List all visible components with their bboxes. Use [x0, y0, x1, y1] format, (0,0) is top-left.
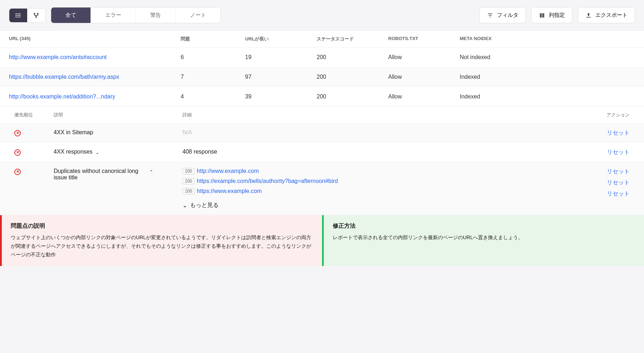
status-badge: 200: [182, 178, 195, 184]
col-url-long[interactable]: URLが長い: [245, 36, 317, 42]
url-link[interactable]: https://example.com/bells/authority?bag=…: [197, 178, 338, 184]
cell-meta: Not indexed: [460, 54, 531, 61]
col-url[interactable]: URL (345): [9, 36, 181, 42]
show-more[interactable]: ⌄もっと見る: [182, 198, 576, 209]
error-icon: ✕: [14, 149, 21, 156]
columns-icon: [539, 12, 545, 19]
view-toggle: [9, 8, 45, 23]
duplicate-list: 200http://www.example.com 200https://exa…: [182, 168, 576, 209]
filter-tabs: 全て エラー 警告 ノート: [51, 7, 221, 23]
issue-detail: 408 response: [182, 149, 576, 155]
export-button[interactable]: エクスポート: [578, 7, 635, 23]
cell-meta: Indexed: [460, 93, 531, 100]
col-status[interactable]: ステータスコード: [317, 36, 388, 42]
status-badge: 200: [182, 188, 195, 194]
svg-rect-14: [543, 13, 544, 18]
issue-row: ✕ 4XX in Sitemap N/A リセット: [0, 124, 644, 143]
list-item: 200https://www.example.com: [182, 188, 576, 194]
reset-link[interactable]: リセット: [576, 129, 630, 137]
columns-label: 列指定: [549, 12, 565, 19]
col-priority: 優先順位: [14, 112, 54, 118]
col-desc: 説明: [54, 112, 182, 118]
col-detail: 詳細: [182, 112, 576, 118]
cell-status: 200: [317, 54, 388, 61]
export-label: エクスポート: [595, 12, 628, 19]
svg-point-4: [16, 15, 16, 16]
panel-body: ウェブサイト上のいくつかの内部リンクの対象ページのURLが変更されているようです…: [11, 233, 313, 259]
tree-icon: [33, 12, 39, 19]
cell-url-long: 39: [245, 93, 317, 100]
tree-view-button[interactable]: [27, 9, 45, 22]
cell-robots: Allow: [388, 74, 460, 80]
chevron-up-icon: ⌃: [150, 169, 153, 174]
cell-robots: Allow: [388, 54, 460, 61]
col-action: アクション: [576, 112, 630, 118]
url-link[interactable]: https://www.example.com: [197, 188, 262, 194]
cell-robots: Allow: [388, 93, 460, 100]
svg-rect-12: [540, 13, 541, 18]
cell-issues: 4: [181, 93, 245, 100]
filter-label: フィルタ: [497, 12, 518, 19]
svg-point-8: [36, 16, 37, 18]
cell-issues: 7: [181, 74, 245, 80]
fix-panel: 修正方法 レポートで表示される全ての内部リンクを最新のページのURLへ置き換えま…: [322, 215, 644, 266]
issue-desc[interactable]: Duplicates without canonical long issue …: [54, 168, 182, 181]
cell-issues: 6: [181, 54, 245, 61]
svg-point-3: [16, 13, 16, 14]
filter-icon: [487, 12, 493, 19]
col-meta[interactable]: META NOIDEX: [460, 36, 531, 42]
table-row[interactable]: https://bubble.example.com/bath/army.asp…: [0, 67, 644, 87]
table-row[interactable]: http://books.example.net/addition?...nda…: [0, 87, 644, 107]
tab-note[interactable]: ノート: [176, 8, 220, 23]
svg-point-5: [16, 16, 16, 17]
url-link[interactable]: http://www.example.com/ants#account: [9, 54, 107, 60]
tab-error[interactable]: エラー: [91, 8, 136, 23]
export-icon: [585, 12, 592, 19]
cell-url-long: 19: [245, 54, 317, 61]
toolbar: 全て エラー 警告 ノート フィルタ 列指定 エクスポート: [0, 0, 644, 30]
issues-header: 優先順位 説明 詳細 アクション: [0, 107, 644, 124]
reset-link[interactable]: リセット: [576, 179, 630, 187]
table-header: URL (345) 問題 URLが長い ステータスコード ROBOTS.TXT …: [0, 30, 644, 48]
status-badge: 200: [182, 168, 195, 174]
cell-status: 200: [317, 74, 388, 80]
cell-url-long: 97: [245, 74, 317, 80]
cell-meta: Indexed: [460, 74, 531, 80]
table-row[interactable]: http://www.example.com/ants#account 6 19…: [0, 48, 644, 67]
list-view-button[interactable]: [9, 9, 27, 22]
chevron-down-icon: ⌄: [182, 202, 187, 209]
problem-panel: 問題点の説明 ウェブサイト上のいくつかの内部リンクの対象ページのURLが変更され…: [0, 215, 322, 266]
issue-row-expanded: ✕ Duplicates without canonical long issu…: [0, 162, 644, 215]
tab-all[interactable]: 全て: [51, 8, 91, 23]
url-link[interactable]: https://bubble.example.com/bath/army.asp…: [9, 74, 119, 80]
issue-detail: N/A: [182, 129, 576, 136]
info-panels: 問題点の説明 ウェブサイト上のいくつかの内部リンクの対象ページのURLが変更され…: [0, 215, 644, 266]
list-item: 200https://example.com/bells/authority?b…: [182, 178, 576, 184]
url-link[interactable]: http://books.example.net/addition?...nda…: [9, 93, 115, 100]
issue-desc: 4XX in Sitemap: [54, 129, 182, 136]
url-table: URL (345) 問題 URLが長い ステータスコード ROBOTS.TXT …: [0, 30, 644, 107]
svg-point-7: [37, 13, 38, 14]
url-link[interactable]: http://www.example.com: [197, 168, 259, 174]
reset-link[interactable]: リセット: [576, 190, 630, 198]
filter-button[interactable]: フィルタ: [479, 7, 526, 23]
col-issues[interactable]: 問題: [181, 36, 245, 42]
tab-warning[interactable]: 警告: [136, 8, 176, 23]
panel-title: 問題点の説明: [11, 222, 313, 230]
cell-status: 200: [317, 93, 388, 100]
error-icon: ✕: [14, 169, 21, 175]
reset-link[interactable]: リセット: [576, 168, 630, 175]
chevron-down-icon: ⌄: [96, 150, 99, 155]
issue-desc[interactable]: 4XX responses⌄: [54, 149, 182, 155]
col-robots[interactable]: ROBOTS.TXT: [388, 36, 460, 42]
error-icon: ✕: [14, 130, 21, 136]
list-item: 200http://www.example.com: [182, 168, 576, 174]
panel-body: レポートで表示される全ての内部リンクを最新のページのURLへ置き換えましょう。: [333, 233, 635, 242]
reset-link[interactable]: リセット: [576, 149, 630, 156]
svg-point-6: [34, 13, 35, 14]
svg-rect-13: [542, 13, 543, 18]
issue-row: ✕ 4XX responses⌄ 408 response リセット: [0, 143, 644, 162]
list-icon: [15, 12, 21, 19]
panel-title: 修正方法: [333, 222, 635, 230]
columns-button[interactable]: 列指定: [531, 7, 572, 23]
